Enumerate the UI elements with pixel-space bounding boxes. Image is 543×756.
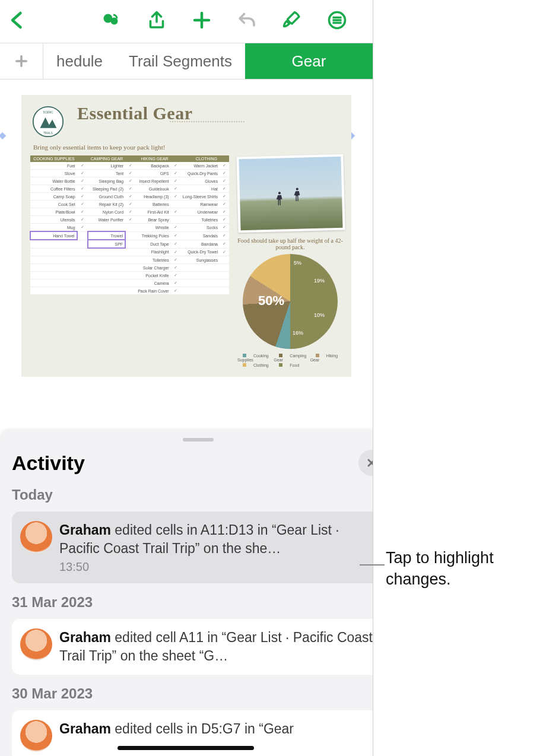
share-icon[interactable]	[146, 9, 167, 33]
collaborate-icon[interactable]	[101, 9, 122, 33]
date-header: 31 Mar 2023	[12, 594, 373, 611]
table-row: Pocket Knife✓	[30, 272, 229, 279]
spreadsheet-content: SCENICTRAILS Essential Gear Bring only e…	[21, 95, 351, 377]
logo-icon: SCENICTRAILS	[32, 106, 64, 138]
table-row: Cook Set✓Repair Kit (2)✓BatteriesRainwea…	[30, 201, 229, 208]
tab-schedule[interactable]: hedule	[43, 43, 116, 79]
divider	[170, 121, 244, 122]
callout-text: Tap to highlight changes.	[386, 547, 543, 590]
table-row: Solar Charger✓	[30, 264, 229, 272]
home-indicator[interactable]	[118, 746, 254, 750]
date-header: Today	[12, 487, 373, 503]
activity-text: Graham edited cells in D5:G7 in “Gear	[59, 720, 294, 738]
back-icon[interactable]	[7, 9, 28, 33]
svg-text:TRAILS: TRAILS	[43, 132, 53, 135]
table-row: Toiletries✓Sunglasses	[30, 256, 229, 264]
table-row: SPFDuct Tape✓Bandana✓	[30, 240, 229, 248]
avatar	[20, 628, 52, 660]
date-header: 30 Mar 2023	[12, 685, 373, 702]
add-icon[interactable]	[191, 9, 212, 33]
activity-item-selected[interactable]: Graham edited cells in A11:D13 in “Gear …	[12, 512, 373, 583]
table-row: Stove✓Tent✓GPS✓Quick-Dry Pants✓	[30, 170, 229, 177]
app-frame: hedule Trail Segments Gear ◆ ◆ SCENICTRA…	[0, 0, 373, 756]
table-row: Camera✓	[30, 279, 229, 287]
pie-chart: 50% 5% 19% 10% 16%	[243, 254, 338, 349]
photo	[236, 154, 345, 233]
activity-title: Activity	[12, 452, 85, 475]
avatar	[20, 720, 52, 752]
table-row: Hand TowelTrowelTrekking Poles✓Sandals✓	[30, 231, 229, 240]
table-row: Plate/Bowl✓Nylon Cord✓First-Aid Kit✓Unde…	[30, 208, 229, 216]
tab-gear[interactable]: Gear	[245, 43, 373, 79]
activity-text: Graham edited cell A11 in “Gear List · P…	[59, 628, 373, 665]
sheet-tabs: hedule Trail Segments Gear	[0, 43, 373, 80]
avatar	[20, 521, 52, 553]
table-row: Utensils✓Water Purifier✓Bear SprayToilet…	[30, 216, 229, 224]
page-title: Essential Gear	[77, 103, 343, 123]
gear-table[interactable]: COOKING SUPPLIESCAMPING GEARHIKING GEARC…	[30, 155, 229, 295]
activity-item[interactable]: Graham edited cell A11 in “Gear List · P…	[12, 619, 373, 675]
table-row: Coffee Filters✓Sleeping Pad (2)✓Guideboo…	[30, 185, 229, 193]
activity-time: 13:50	[59, 560, 373, 574]
table-row: Mug✓Whistle✓Socks✓	[30, 224, 229, 232]
more-icon[interactable]	[371, 9, 373, 33]
table-row: Pack Rain Cover✓	[30, 287, 229, 295]
svg-point-1	[111, 18, 118, 25]
toolbar	[0, 0, 373, 43]
drawer-grip[interactable]	[183, 438, 214, 441]
tab-trail-segments[interactable]: Trail Segments	[116, 43, 245, 79]
svg-text:SCENIC: SCENIC	[43, 111, 53, 114]
subtitle: Bring only essential items to keep your …	[33, 144, 343, 151]
close-icon[interactable]	[358, 450, 373, 476]
callout-line	[360, 564, 385, 566]
chart-caption: Food should take up half the weight of a…	[237, 237, 343, 250]
chart-legend: Cooking Supplies Camping Gear Hiking Gea…	[237, 354, 343, 367]
add-sheet-button[interactable]	[0, 43, 43, 79]
canvas[interactable]: ◆ ◆ SCENICTRAILS Essential Gear Bring on…	[0, 80, 373, 392]
view-options-icon[interactable]	[326, 9, 348, 33]
activity-text: Graham edited cells in A11:D13 in “Gear …	[59, 521, 373, 558]
brush-icon[interactable]	[281, 9, 303, 33]
table-row: Water Bottle✓Sleeping Bag✓Insect Repelle…	[30, 177, 229, 185]
undo-icon	[236, 9, 258, 33]
table-row: Fuel✓Lighter✓Backpack✓Warm Jacket✓	[30, 162, 229, 170]
table-row: Camp Soap✓Ground Cloth✓Headlamp (3)✓Long…	[30, 193, 229, 201]
activity-panel: Activity Today Graham edited cells in A1…	[0, 430, 373, 756]
table-row: Flashlight✓Quick-Dry Towel✓	[30, 248, 229, 256]
